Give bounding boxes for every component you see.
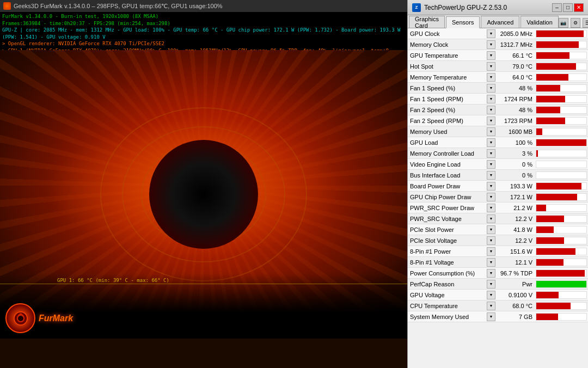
close-button[interactable]: ✕ xyxy=(574,3,584,12)
sensor-bar-container xyxy=(536,248,587,255)
sensor-dropdown[interactable]: ▼ xyxy=(487,116,495,125)
sensor-row[interactable]: Memory Temperature▼64.0 °C xyxy=(408,72,588,83)
sensor-dropdown[interactable]: ▼ xyxy=(487,247,495,256)
tab-validation[interactable]: Validation xyxy=(520,16,559,28)
sensor-bar xyxy=(536,292,559,298)
sensor-dropdown[interactable]: ▼ xyxy=(487,127,495,136)
sensor-dropdown[interactable]: ▼ xyxy=(487,160,495,169)
sensor-value: 96.7 % TDP xyxy=(495,270,535,277)
sensor-dropdown[interactable]: ▼ xyxy=(487,73,495,82)
tab-graphics-card[interactable]: Graphics Card xyxy=(409,16,445,28)
sensor-row[interactable]: PCIe Slot Power▼41.8 W xyxy=(408,224,588,235)
sensor-bar xyxy=(536,303,571,309)
sensor-dropdown[interactable]: ▼ xyxy=(487,280,495,289)
sensor-bar xyxy=(536,216,564,222)
sensor-value: 2085.0 MHz xyxy=(495,30,535,37)
sensor-row[interactable]: 8-Pin #1 Power▼151.6 W xyxy=(408,246,588,257)
sensor-bar-container xyxy=(536,204,587,212)
log-line-2: Frames:363984 - time:0h20:37 - FPS:298 (… xyxy=(2,20,405,27)
sensor-row[interactable]: Memory Used▼1600 MB xyxy=(408,126,588,137)
sensor-dropdown[interactable]: ▼ xyxy=(487,204,495,212)
gpuz-tabs: Graphics Card Sensors Advanced Validatio… xyxy=(408,15,588,28)
tab-sensors[interactable]: Sensors xyxy=(446,16,480,28)
sensor-bar-container xyxy=(536,128,587,136)
gpuz-tab-icons: 📷 ⚙ ☰ xyxy=(559,18,588,28)
sensor-value: 151.6 W xyxy=(495,248,535,255)
sensor-row[interactable]: GPU Load▼100 % xyxy=(408,137,588,148)
minimize-button[interactable]: – xyxy=(552,3,562,12)
sensor-value: 21.2 W xyxy=(495,205,535,211)
sensor-dropdown[interactable]: ▼ xyxy=(487,51,495,60)
sensor-dropdown[interactable]: ▼ xyxy=(487,84,495,93)
sensor-row[interactable]: Hot Spot▼79.0 °C xyxy=(408,61,588,72)
sensor-dropdown[interactable]: ▼ xyxy=(487,62,495,71)
sensor-dropdown[interactable]: ▼ xyxy=(487,138,495,147)
sensor-bar xyxy=(536,107,560,113)
sensor-row[interactable]: Memory Controller Load▼3 % xyxy=(408,148,588,159)
sensors-table[interactable]: GPU Clock▼2085.0 MHzMemory Clock▼1312.7 … xyxy=(408,28,588,368)
sensor-name: Bus Interface Load xyxy=(408,172,487,179)
tab-advanced[interactable]: Advanced xyxy=(481,16,519,28)
sensor-row[interactable]: GPU Chip Power Draw▼172.1 W xyxy=(408,192,588,203)
sensor-dropdown[interactable]: ▼ xyxy=(487,312,495,321)
sensor-dropdown[interactable]: ▼ xyxy=(487,40,495,49)
sensor-value: 66.1 °C xyxy=(495,52,535,59)
sensor-dropdown[interactable]: ▼ xyxy=(487,193,495,201)
sensor-value: Pwr xyxy=(495,281,535,287)
sensor-row[interactable]: System Memory Used▼7 GB xyxy=(408,311,588,322)
sensor-dropdown[interactable]: ▼ xyxy=(487,225,495,234)
sensor-row[interactable]: Memory Clock▼1312.7 MHz xyxy=(408,39,588,50)
furmark-logo-area: FurMark xyxy=(5,303,73,333)
sensor-bar xyxy=(536,205,546,211)
menu-icon-button[interactable]: ☰ xyxy=(583,18,588,28)
sensor-dropdown[interactable]: ▼ xyxy=(487,106,495,114)
sensor-dropdown[interactable]: ▼ xyxy=(487,291,495,299)
sensor-bar xyxy=(536,270,585,277)
furmark-icon xyxy=(3,2,11,10)
sensor-row[interactable]: Power Consumption (%)▼96.7 % TDP xyxy=(408,268,588,279)
sensor-dropdown[interactable]: ▼ xyxy=(487,182,495,191)
sensor-value: 0 % xyxy=(495,172,535,179)
sensor-row[interactable]: 8-Pin #1 Voltage▼12.1 V xyxy=(408,257,588,268)
settings-icon-button[interactable]: ⚙ xyxy=(571,18,580,28)
sensor-row[interactable]: GPU Clock▼2085.0 MHz xyxy=(408,28,588,39)
sensor-bar-container xyxy=(536,84,587,92)
sensor-dropdown[interactable]: ▼ xyxy=(487,171,495,180)
sensor-dropdown[interactable]: ▼ xyxy=(487,302,495,310)
sensor-dropdown[interactable]: ▼ xyxy=(487,149,495,158)
sensor-row[interactable]: CPU Temperature▼68.0 °C xyxy=(408,300,588,311)
sensor-bar-container xyxy=(536,182,587,190)
camera-icon-button[interactable]: 📷 xyxy=(559,18,568,28)
sensor-bar-container xyxy=(536,52,587,59)
sensor-name: Power Consumption (%) xyxy=(408,270,487,277)
maximize-button[interactable]: □ xyxy=(563,3,573,12)
sensor-row[interactable]: Fan 1 Speed (%)▼48 % xyxy=(408,83,588,94)
sensor-row[interactable]: Board Power Draw▼193.3 W xyxy=(408,181,588,192)
sensor-dropdown[interactable]: ▼ xyxy=(487,236,495,245)
sensor-row[interactable]: Bus Interface Load▼0 % xyxy=(408,170,588,181)
sensor-dropdown[interactable]: ▼ xyxy=(487,258,495,267)
gpuz-panel: Z TechPowerUp GPU-Z 2.53.0 – □ ✕ Graphic… xyxy=(407,0,588,368)
sensor-row[interactable]: PerfCap Reason▼Pwr xyxy=(408,279,588,290)
sensor-dropdown[interactable]: ▼ xyxy=(487,95,495,103)
sensor-name: GPU Clock xyxy=(408,30,487,37)
sensor-dropdown[interactable]: ▼ xyxy=(487,29,495,38)
sensor-dropdown[interactable]: ▼ xyxy=(487,269,495,278)
sensor-row[interactable]: PCIe Slot Voltage▼12.2 V xyxy=(408,235,588,246)
sensor-row[interactable]: PWR_SRC Voltage▼12.2 V xyxy=(408,213,588,224)
sensor-row[interactable]: PWR_SRC Power Draw▼21.2 W xyxy=(408,203,588,213)
sensor-row[interactable]: GPU Temperature▼66.1 °C xyxy=(408,50,588,61)
sensor-value: 3 % xyxy=(495,150,535,157)
sensor-row[interactable]: Fan 2 Speed (RPM)▼1723 RPM xyxy=(408,115,588,126)
sensor-bar-container xyxy=(536,226,587,234)
sensor-name: Memory Clock xyxy=(408,41,487,48)
sensor-row[interactable]: Fan 1 Speed (RPM)▼1724 RPM xyxy=(408,94,588,105)
sensor-row[interactable]: GPU Voltage▼0.9100 V xyxy=(408,290,588,300)
sensor-bar xyxy=(536,226,554,233)
sensor-dropdown[interactable]: ▼ xyxy=(487,214,495,223)
sensor-row[interactable]: Fan 2 Speed (%)▼48 % xyxy=(408,105,588,115)
furmark-log: FurMark v1.34.0.0 - Burn-in test, 1920x1… xyxy=(0,12,407,50)
log-line-4: > OpenGL renderer: NVIDIA GeForce RTX 40… xyxy=(2,40,405,47)
sensor-row[interactable]: Video Engine Load▼0 % xyxy=(408,159,588,170)
sensor-bar xyxy=(536,150,538,157)
